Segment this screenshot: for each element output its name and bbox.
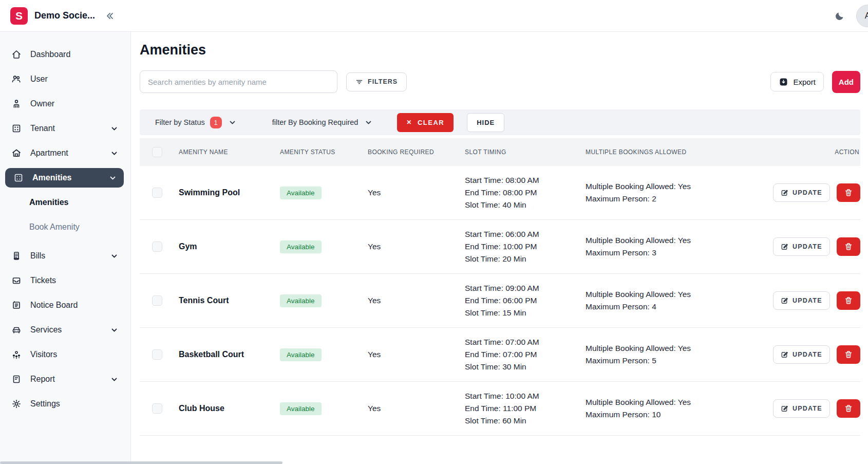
sidebar-item-tickets[interactable]: Tickets bbox=[0, 268, 130, 293]
edit-icon bbox=[781, 351, 788, 359]
sidebar-item-bills[interactable]: Bills bbox=[0, 244, 130, 268]
update-button[interactable]: UPDATE bbox=[773, 345, 830, 364]
logo-letter: S bbox=[15, 10, 23, 22]
clear-filters-button[interactable]: ✕ CLEAR bbox=[397, 113, 454, 132]
booking-required-value: Yes bbox=[368, 188, 465, 197]
sidebar-item-owner[interactable]: Owner bbox=[0, 91, 130, 116]
update-button[interactable]: UPDATE bbox=[773, 237, 830, 256]
delete-button[interactable] bbox=[837, 345, 860, 364]
sidebar-item-amenities[interactable]: Amenities bbox=[5, 168, 124, 188]
booking-required-value: Yes bbox=[368, 350, 465, 359]
slot-start-time: Start Time: 08:00 AM bbox=[465, 174, 586, 187]
multiple-bookings-cell: Multiple Booking Allowed: Yes Maximum Pe… bbox=[586, 288, 773, 313]
slot-timing-cell: Start Time: 09:00 AM End Time: 06:00 PM … bbox=[465, 282, 586, 319]
update-button-label: UPDATE bbox=[792, 189, 822, 196]
row-checkbox[interactable] bbox=[152, 403, 162, 414]
delete-button[interactable] bbox=[837, 183, 860, 202]
select-all-checkbox[interactable] bbox=[152, 147, 162, 157]
slot-end-time: End Time: 07:00 PM bbox=[465, 348, 586, 361]
sidebar-item-apartment[interactable]: Apartment bbox=[0, 141, 130, 165]
dark-mode-toggle[interactable] bbox=[835, 11, 845, 21]
gear-icon bbox=[11, 399, 22, 409]
report-icon bbox=[11, 374, 22, 384]
chevron-down-icon bbox=[110, 326, 118, 334]
delete-button[interactable] bbox=[837, 291, 860, 310]
trash-icon bbox=[844, 243, 853, 251]
booking-filter-dropdown[interactable] bbox=[365, 119, 372, 126]
sidebar-subitem-label: Amenities bbox=[29, 198, 68, 207]
filter-bar: Filter by Status 1 filter By Booking Req… bbox=[140, 109, 860, 135]
filters-button-label: FILTERS bbox=[368, 78, 398, 85]
amenity-name: Club House bbox=[179, 404, 280, 413]
moon-icon bbox=[835, 11, 845, 21]
filters-button[interactable]: FILTERS bbox=[346, 72, 407, 91]
column-header-amenity-status: AMENITY STATUS bbox=[280, 149, 368, 156]
notice-board-icon bbox=[11, 300, 22, 310]
slot-end-time: End Time: 11:00 PM bbox=[465, 402, 586, 415]
row-checkbox[interactable] bbox=[152, 242, 162, 252]
export-button[interactable]: Export bbox=[770, 72, 823, 91]
update-button[interactable]: UPDATE bbox=[773, 399, 830, 418]
sidebar-item-user[interactable]: User bbox=[0, 67, 130, 91]
owner-icon bbox=[11, 99, 22, 109]
slot-timing-cell: Start Time: 06:00 AM End Time: 10:00 PM … bbox=[465, 228, 586, 265]
multiple-booking-allowed: Multiple Booking Allowed: Yes bbox=[586, 288, 773, 301]
slot-start-time: Start Time: 07:00 AM bbox=[465, 336, 586, 348]
chevron-down-icon bbox=[109, 174, 117, 182]
sidebar-item-label: Tickets bbox=[30, 276, 56, 285]
update-button[interactable]: UPDATE bbox=[773, 291, 830, 310]
sidebar-item-label: Amenities bbox=[32, 173, 71, 182]
sidebar-item-label: Bills bbox=[30, 251, 45, 261]
hide-button-label: HIDE bbox=[477, 119, 495, 126]
add-button[interactable]: Add bbox=[832, 71, 860, 93]
toolbar: FILTERS Export Add bbox=[140, 70, 860, 93]
delete-button[interactable] bbox=[837, 237, 860, 256]
export-button-label: Export bbox=[793, 78, 815, 86]
add-button-label: Add bbox=[839, 78, 854, 86]
status-filter-dropdown[interactable] bbox=[229, 119, 236, 126]
row-checkbox[interactable] bbox=[152, 349, 162, 360]
row-checkbox[interactable] bbox=[152, 188, 162, 198]
amenities-table: AMENITY NAME AMENITY STATUS BOOKING REQU… bbox=[140, 138, 860, 436]
apartment-icon bbox=[11, 148, 22, 158]
sidebar-item-label: Dashboard bbox=[30, 50, 70, 59]
sidebar-subitem-amenities[interactable]: Amenities bbox=[0, 190, 130, 215]
hide-filters-button[interactable]: HIDE bbox=[467, 113, 504, 132]
table-header-row: AMENITY NAME AMENITY STATUS BOOKING REQU… bbox=[140, 138, 860, 166]
search-input[interactable] bbox=[140, 70, 337, 93]
maximum-person: Maximum Person: 10 bbox=[586, 409, 773, 421]
sidebar-collapse-button[interactable] bbox=[104, 10, 116, 22]
slot-timing-cell: Start Time: 10:00 AM End Time: 11:00 PM … bbox=[465, 390, 586, 427]
sidebar-item-tenant[interactable]: Tenant bbox=[0, 116, 130, 141]
slot-end-time: End Time: 10:00 PM bbox=[465, 240, 586, 253]
row-checkbox[interactable] bbox=[152, 295, 162, 306]
column-header-slot-timing: SLOT TIMING bbox=[465, 149, 586, 156]
sidebar-item-visitors[interactable]: Visitors bbox=[0, 342, 130, 367]
table-row: Tennis Court Available Yes Start Time: 0… bbox=[140, 274, 860, 328]
home-icon bbox=[11, 49, 22, 60]
status-filter-count-badge: 1 bbox=[210, 117, 222, 128]
edit-icon bbox=[781, 297, 788, 305]
user-avatar[interactable]: A bbox=[856, 5, 868, 27]
sidebar-item-label: Notice Board bbox=[30, 301, 78, 310]
booking-required-value: Yes bbox=[368, 296, 465, 305]
horizontal-scrollbar-thumb[interactable] bbox=[0, 461, 282, 464]
sidebar-item-notice-board[interactable]: Notice Board bbox=[0, 293, 130, 318]
sidebar-subitem-book-amenity[interactable]: Book Amenity bbox=[0, 215, 130, 239]
column-header-amenity-name: AMENITY NAME bbox=[179, 149, 280, 156]
trash-icon bbox=[844, 350, 853, 359]
delete-button[interactable] bbox=[837, 399, 860, 418]
multiple-booking-allowed: Multiple Booking Allowed: Yes bbox=[586, 396, 773, 409]
sidebar-item-services[interactable]: Services bbox=[0, 318, 130, 342]
sidebar-item-settings[interactable]: Settings bbox=[0, 392, 130, 416]
update-button[interactable]: UPDATE bbox=[773, 183, 830, 202]
chevron-down-icon bbox=[365, 119, 372, 126]
toolbar-right: Export Add bbox=[770, 71, 860, 93]
slot-start-time: Start Time: 06:00 AM bbox=[465, 228, 586, 240]
sidebar: Dashboard User Owner Tenant Apartment Am… bbox=[0, 32, 131, 464]
society-name: Demo Socie... bbox=[34, 10, 95, 21]
update-button-label: UPDATE bbox=[792, 243, 822, 250]
sidebar-item-report[interactable]: Report bbox=[0, 367, 130, 392]
booking-required-value: Yes bbox=[368, 404, 465, 413]
sidebar-item-dashboard[interactable]: Dashboard bbox=[0, 42, 130, 67]
